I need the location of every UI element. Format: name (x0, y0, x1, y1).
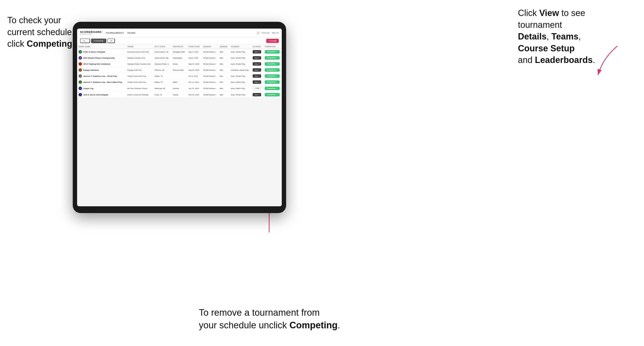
cell-city: Dallas, TX (153, 73, 171, 79)
filter-tabs: Ho... Competing All (80, 38, 115, 43)
create-button[interactable]: + Create (266, 39, 279, 43)
competing-button[interactable]: Competing ✓ (265, 56, 280, 60)
cell-competing: Competing ✓ (263, 79, 282, 85)
cell-hosted: Hawaii (172, 92, 187, 98)
cell-division: NCAA Division I (202, 49, 218, 55)
cell-city: Phoenix, AZ (153, 67, 171, 73)
view-button[interactable]: View ℹ (253, 62, 261, 66)
cell-scoring: team, Stroke Play (230, 61, 251, 67)
cell-hosted (172, 73, 187, 79)
view-button[interactable]: View ℹ (253, 68, 261, 72)
nav-right: Test User Sign out (257, 31, 279, 34)
cell-date: Oct 11, 2023 (187, 79, 202, 85)
cell-actions: View ℹ (251, 61, 263, 67)
view-button[interactable]: View ℹ (253, 56, 261, 60)
cell-date: Feb 15, 2024 (187, 92, 202, 98)
table-row: A Copper Cup Ak-Chin Southern DunesMaric… (77, 85, 282, 92)
competing-button[interactable]: Competing ✓ (265, 62, 280, 66)
cell-date: Oct 9, 2023 (187, 73, 202, 79)
arrow-right (584, 39, 632, 87)
cell-gender: Men (218, 92, 230, 98)
cell-actions: View ℹ (251, 73, 263, 79)
cell-competing: Competing ✓ (263, 92, 282, 98)
tablet-screen: SCOREBOARD Powered by clippi TOURNAMENTS… (77, 28, 282, 206)
col-city-state: CITY, STATE (153, 44, 171, 49)
cell-city: Grand Haven, MI (153, 49, 171, 55)
event-name-text: Jackson T. Stephens Cup – Stroke Play (83, 75, 117, 77)
col-gender: GENDER (218, 44, 230, 49)
team-logo: M (78, 50, 82, 53)
cell-scoring: team, Match Play (230, 85, 251, 92)
team-logo: P (78, 68, 82, 72)
team-logo: J (78, 80, 82, 84)
team-logo: A (78, 87, 82, 90)
competing-button[interactable]: Competing ✓ (265, 74, 280, 78)
team-logo: W (78, 56, 82, 60)
tournament-table: EVENT NAME VENUE CITY, STATE HOSTED BY S… (77, 44, 282, 98)
competing-button[interactable]: Competing ✓ (265, 93, 280, 96)
cell-division: NCAA Division I (202, 67, 218, 73)
cell-gender: Men (218, 73, 230, 79)
view-button[interactable]: View ℹ (253, 74, 261, 78)
filter-bar: Ho... Competing All + Create (77, 37, 282, 44)
cell-hosted: Washington (172, 55, 187, 61)
competing-button[interactable]: Competing ✓ (265, 87, 280, 90)
app-logo: SCOREBOARD Powered by clippi (80, 31, 102, 35)
col-event-name: EVENT NAME (77, 44, 126, 49)
view-button[interactable]: View ℹ (253, 80, 261, 84)
tab-all[interactable]: All (107, 38, 115, 43)
cell-gender: Men (218, 49, 230, 55)
col-division: DIVISION (202, 44, 218, 49)
table-row: M Folds of Honor Collegiate American Dun… (77, 49, 282, 55)
table-row: J Jackson T. Stephens Cup – Men's Match … (77, 79, 282, 85)
cell-city: Lihue, HI (153, 92, 171, 98)
view-button[interactable]: View ℹ (253, 50, 261, 53)
annotation-bottom: To remove a tournament from your schedul… (199, 307, 368, 332)
event-name-text: Papago Individual (83, 69, 99, 71)
cell-venue: Trinity Forest Golf Club (126, 79, 153, 85)
cell-event-name: W 2023 Sahalee Players Championship (77, 55, 126, 61)
cell-hosted: Illinois (172, 61, 187, 67)
team-logo: I (78, 62, 82, 66)
cell-date: Jan 14, 2024 (187, 85, 202, 92)
competing-button[interactable]: Competing ✓ (265, 50, 280, 53)
cell-date: Sep 4, 2023 (187, 49, 202, 55)
competing-button[interactable]: Competing ✓ (265, 80, 280, 84)
cell-venue: Ocean Course At Hokuala (126, 92, 153, 98)
cell-division: NCAA Division I (202, 61, 218, 67)
cell-scoring: team, Match Play (230, 79, 251, 85)
tab-home[interactable]: Ho... (80, 38, 90, 43)
cell-gender: Men (218, 85, 230, 92)
competing-button[interactable]: Competing ✓ (265, 68, 280, 72)
sign-out-link[interactable]: Sign out (272, 32, 279, 34)
cell-date: Sep 9, 2023 (187, 55, 202, 61)
app-navbar: SCOREBOARD Powered by clippi TOURNAMENTS… (77, 28, 282, 37)
nav-teams[interactable]: TEAMS (127, 32, 136, 34)
cell-division: NCAA Division I (202, 55, 218, 61)
cell-event-name: J Jackson T. Stephens Cup – Stroke Play (77, 73, 126, 79)
cell-gender: Men (218, 79, 230, 85)
cell-division: NCAA Division I (202, 92, 218, 98)
tab-competing[interactable]: Competing (91, 38, 106, 43)
cell-actions: View ℹ (251, 92, 263, 98)
nav-tournaments[interactable]: TOURNAMENTS (106, 32, 124, 34)
user-name: Test User (262, 32, 270, 34)
cell-scoring: individual, Stroke Play (230, 67, 251, 73)
cell-gender: Men (218, 55, 230, 61)
view-button[interactable]: View ℹ (253, 93, 261, 96)
nav-items: TOURNAMENTS TEAMS (106, 32, 253, 34)
cell-city: Olympia Fields, IL (153, 61, 171, 67)
cell-event-name: J Jackson T. Stephens Cup – Men's Match … (77, 79, 126, 85)
team-logo: H (78, 93, 82, 96)
user-icon (257, 31, 260, 34)
cell-actions: View ℹ (251, 49, 263, 55)
cell-date: Sep 15, 2023 (187, 61, 202, 67)
cell-scoring: team, Stroke Play (230, 55, 251, 61)
table-body: M Folds of Honor Collegiate American Dun… (77, 49, 282, 98)
cell-venue: American Dunes Golf Club (126, 49, 153, 55)
cell-division: NCAA Division I (202, 73, 218, 79)
tournament-table-container: EVENT NAME VENUE CITY, STATE HOSTED BY S… (77, 44, 282, 98)
col-venue: VENUE (126, 44, 153, 49)
table-row: H John A. Burns Intercollegiate Ocean Co… (77, 92, 282, 98)
edit-button[interactable]: ✏ Edit (253, 86, 262, 90)
